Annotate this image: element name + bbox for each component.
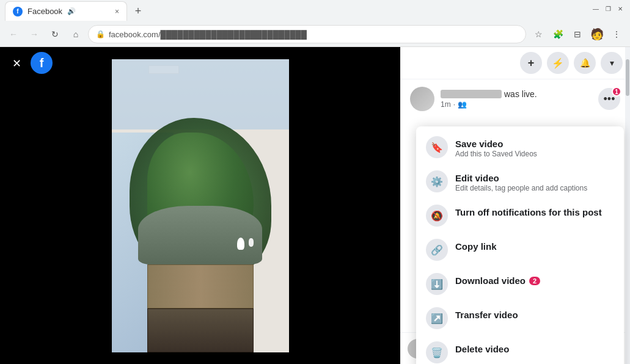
notifications-button[interactable]: 🔔 [574, 52, 596, 74]
more-options-button[interactable]: ••• 1 [598, 88, 620, 110]
post-info: was live. 1m · 👥 [441, 89, 592, 109]
menu-item-delete-video[interactable]: 🗑️ Delete video [416, 335, 624, 364]
bell-icon: 🔔 [580, 58, 590, 68]
messenger-button[interactable]: ⚡ [547, 52, 569, 74]
save-video-subtitle: Add this to Saved Videos [455, 150, 614, 158]
star-button[interactable]: ☆ [530, 26, 547, 43]
menu-item-transfer-video[interactable]: ↗️ Transfer video [416, 301, 624, 335]
transfer-video-title: Transfer video [455, 310, 614, 320]
close-video-button[interactable]: ✕ [7, 54, 26, 73]
edit-video-icon: ⚙️ [426, 170, 448, 192]
audience-icon: 👥 [458, 100, 467, 109]
tab-title: Facebook [27, 7, 62, 16]
scrollbar-thumb[interactable] [626, 59, 629, 96]
video-area: ✕ f [0, 47, 400, 364]
post-header: was live. 1m · 👥 ••• 1 [400, 79, 630, 118]
save-video-text: Save video Add this to Saved Videos [455, 136, 614, 158]
edit-video-title: Edit video [455, 173, 614, 183]
transfer-video-icon: ↗️ [426, 307, 448, 329]
browser-tab[interactable]: f Facebook 🔊 × [5, 1, 127, 21]
copy-link-title: Copy link [455, 241, 614, 252]
menu-item-copy-link[interactable]: 🔗 Copy link [416, 233, 624, 267]
download-video-text: Download video 2 [455, 273, 614, 286]
menu-item-edit-video[interactable]: ⚙️ Edit video Edit details, tag people a… [416, 164, 624, 198]
account-menu-button[interactable]: ▾ [601, 52, 623, 74]
delete-video-text: Delete video [455, 341, 614, 354]
delete-video-icon: 🗑️ [426, 341, 448, 363]
plus-action-button[interactable]: + [520, 52, 542, 74]
close-window-button[interactable]: ✕ [615, 4, 625, 13]
refresh-button[interactable]: ↻ [46, 26, 64, 43]
notification-badge: 1 [612, 87, 621, 96]
download-video-title: Download video 2 [455, 275, 614, 286]
menu-item-turn-off-notifications[interactable]: 🔕 Turn off notifications for this post [416, 198, 624, 233]
transfer-video-text: Transfer video [455, 307, 614, 320]
live-status: was live. [504, 89, 537, 99]
turn-off-notifications-title: Turn off notifications for this post [455, 207, 614, 217]
new-tab-button[interactable]: + [130, 2, 147, 20]
menu-button[interactable]: ⋮ [608, 26, 625, 43]
facebook-logo: f [31, 52, 53, 74]
minimize-button[interactable]: — [591, 4, 601, 13]
top-action-bar: + ⚡ 🔔 ▾ [400, 47, 630, 79]
address-bar[interactable]: 🔒 facebook.com/█████████████████████████… [88, 25, 526, 43]
avatar [410, 87, 434, 111]
download-video-icon: ⬇️ [426, 273, 448, 295]
user-name-blurred [441, 90, 502, 98]
profile-button[interactable]: 🧑 [588, 26, 606, 43]
tab-favicon: f [13, 7, 23, 16]
plus-icon: + [528, 57, 535, 70]
save-video-title: Save video [455, 139, 614, 149]
scrollbar[interactable] [625, 47, 630, 364]
menu-item-download-video[interactable]: ⬇️ Download video 2 [416, 267, 624, 301]
download-badge: 2 [529, 277, 540, 285]
forward-button[interactable]: → [26, 26, 43, 43]
cast-button[interactable]: ⊟ [569, 26, 586, 43]
context-menu: 🔖 Save video Add this to Saved Videos ⚙️… [416, 126, 624, 364]
dropdown-icon: ▾ [610, 58, 614, 68]
menu-item-save-video[interactable]: 🔖 Save video Add this to Saved Videos [416, 130, 624, 164]
maximize-button[interactable]: ❐ [603, 4, 613, 13]
edit-video-text: Edit video Edit details, tag people and … [455, 170, 614, 192]
save-video-icon: 🔖 [426, 136, 448, 158]
messenger-icon: ⚡ [552, 57, 564, 69]
right-panel: + ⚡ 🔔 ▾ wa [400, 47, 630, 364]
turn-off-notifications-icon: 🔕 [426, 205, 448, 227]
turn-off-notifications-text: Turn off notifications for this post [455, 205, 614, 217]
copy-link-text: Copy link [455, 239, 614, 252]
post-meta: 1m · 👥 [441, 100, 592, 109]
tab-audio-icon: 🔊 [67, 7, 76, 15]
delete-video-title: Delete video [455, 344, 614, 354]
edit-video-subtitle: Edit details, tag people and add caption… [455, 184, 614, 192]
copy-link-icon: 🔗 [426, 239, 448, 261]
back-button[interactable]: ← [5, 26, 22, 43]
extensions-button[interactable]: 🧩 [549, 26, 566, 43]
home-button[interactable]: ⌂ [67, 26, 84, 43]
tab-close-button[interactable]: × [115, 7, 119, 16]
post-time: 1m [441, 100, 451, 109]
url-text: facebook.com/██████████████████████████ [109, 30, 518, 39]
lock-icon: 🔒 [96, 30, 105, 38]
